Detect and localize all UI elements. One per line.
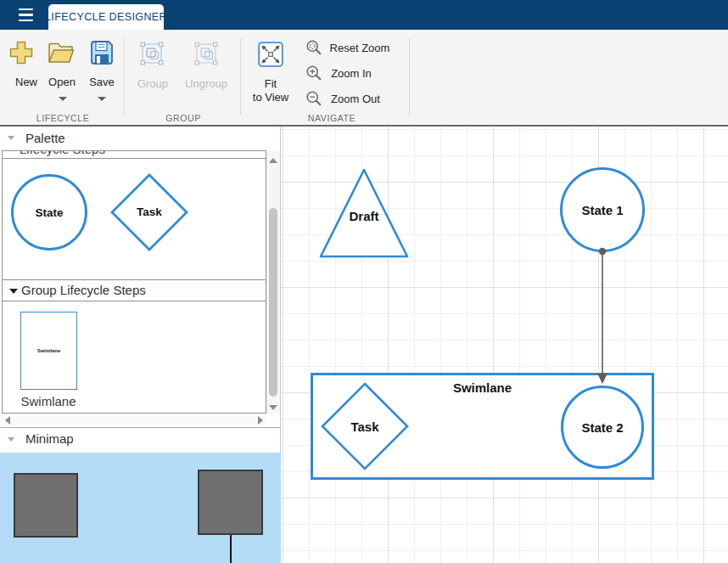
panel-divider xyxy=(0,427,281,428)
node-state-2-label: State 2 xyxy=(581,420,623,435)
save-dropdown-caret[interactable] xyxy=(98,97,106,101)
diagram-canvas[interactable]: Swimlane Draft State 1 Task State 2 xyxy=(281,127,728,563)
open-folder-icon xyxy=(48,41,75,65)
new-button[interactable]: New xyxy=(5,38,39,91)
zoom-out-icon xyxy=(305,90,322,107)
zoom-out-button[interactable]: Zoom Out xyxy=(304,88,406,109)
minimap-collapse-chevron-icon[interactable] xyxy=(8,437,14,442)
fit-to-view-label-line1: Fit xyxy=(265,77,277,90)
group-button-label: Group xyxy=(137,77,168,90)
scroll-left-arrow-icon[interactable] xyxy=(5,416,10,425)
node-state-1[interactable]: State 1 xyxy=(560,167,645,252)
node-task-label: Task xyxy=(350,419,378,434)
scroll-up-arrow-icon[interactable] xyxy=(269,158,277,163)
section-expand-chevron-icon[interactable] xyxy=(9,289,18,294)
zoom-in-icon xyxy=(305,65,322,82)
ribbon-section-lifecycle-label: LIFECYCLE xyxy=(36,113,90,123)
ungroup-icon xyxy=(193,41,219,66)
scroll-right-arrow-icon[interactable] xyxy=(258,416,263,425)
minimap-edge xyxy=(230,535,232,563)
group-button[interactable]: Group xyxy=(133,40,172,89)
minimap-node xyxy=(198,470,263,535)
minimap-header: Minimap xyxy=(25,431,74,446)
node-state-2[interactable]: State 2 xyxy=(561,386,644,469)
ribbon-section-group-label: GROUP xyxy=(165,113,201,123)
palette-content: Lifecycle Steps State State Task Task Gr… xyxy=(2,150,266,414)
open-button-label: Open xyxy=(48,76,76,88)
ungroup-button[interactable]: Ungroup xyxy=(181,40,232,89)
save-button-label: Save xyxy=(89,76,115,88)
palette-horizontal-scrollbar[interactable] xyxy=(2,414,266,426)
open-button[interactable]: Open xyxy=(44,38,80,91)
zoom-in-button[interactable]: Zoom In xyxy=(304,63,406,83)
palette-state-shape-text: State xyxy=(35,206,63,219)
hamburger-icon xyxy=(19,8,33,11)
new-plus-icon xyxy=(8,40,34,65)
save-floppy-icon xyxy=(90,40,114,65)
group-lifecycle-steps-label: Group Lifecycle Steps xyxy=(21,283,146,297)
scroll-down-arrow-icon[interactable] xyxy=(269,405,277,410)
fit-to-view-button[interactable]: Fit to View xyxy=(249,40,292,104)
zoom-in-label: Zoom In xyxy=(331,67,372,80)
ribbon-divider xyxy=(240,38,241,115)
hamburger-menu-button[interactable] xyxy=(10,3,41,27)
reset-zoom-button[interactable]: Reset Zoom xyxy=(304,37,406,58)
titlebar: LIFECYCLE DESIGNER xyxy=(0,0,728,30)
fit-to-view-icon xyxy=(258,42,283,67)
fit-to-view-label-line2: to View xyxy=(253,91,288,104)
ribbon-divider xyxy=(124,38,125,115)
tab-lifecycle-designer[interactable]: LIFECYCLE DESIGNER xyxy=(48,4,164,30)
zoom-out-label: Zoom Out xyxy=(331,93,380,105)
palette-item-swimlane[interactable]: Swimlane xyxy=(20,312,77,390)
node-state-1-label: State 1 xyxy=(581,203,623,217)
open-dropdown-caret[interactable] xyxy=(59,97,67,101)
group-icon xyxy=(139,41,165,66)
reset-zoom-label: Reset Zoom xyxy=(330,42,390,54)
minimap-node xyxy=(14,473,78,538)
ribbon-divider xyxy=(409,38,410,115)
group-lifecycle-steps-section-header[interactable]: Group Lifecycle Steps xyxy=(3,279,266,301)
reset-zoom-icon xyxy=(305,39,322,56)
palette-vertical-scrollbar-thumb[interactable] xyxy=(269,208,277,397)
left-panel: Palette Lifecycle Steps State State Task… xyxy=(0,127,281,563)
minimap-viewport[interactable] xyxy=(0,453,281,563)
ribbon-toolbar: New Open Save LIFECYCLE xyxy=(0,30,728,127)
palette-item-state[interactable]: State xyxy=(11,174,87,251)
node-draft-label: Draft xyxy=(349,209,378,223)
lifecycle-steps-section-header[interactable]: Lifecycle Steps xyxy=(3,151,266,159)
save-button[interactable]: Save xyxy=(85,38,119,91)
palette-swimlane-label: Swimlane xyxy=(20,394,76,408)
ribbon-section-navigate-label: NAVIGATE xyxy=(308,113,356,123)
palette-task-shape-text: Task xyxy=(137,205,162,218)
palette-vertical-scrollbar[interactable] xyxy=(266,150,280,414)
app-window: LIFECYCLE DESIGNER New Open xyxy=(0,0,728,563)
palette-header: Palette xyxy=(25,131,65,145)
new-button-label: New xyxy=(15,76,37,88)
palette-swimlane-shape-text: Swimlane xyxy=(37,348,61,353)
palette-collapse-chevron-icon[interactable] xyxy=(8,136,14,140)
ungroup-button-label: Ungroup xyxy=(185,77,227,90)
